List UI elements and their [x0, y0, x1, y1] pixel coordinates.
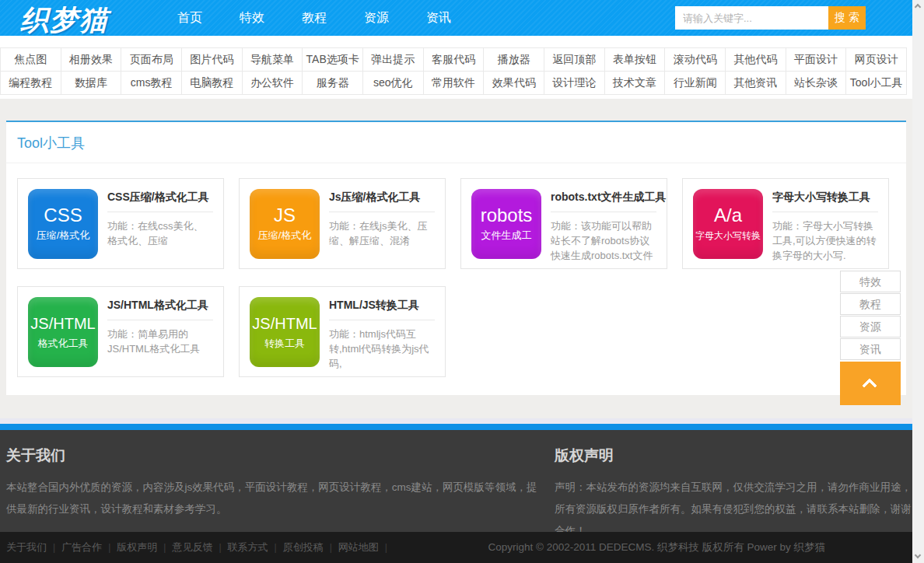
menu-item[interactable]: 常用软件: [424, 72, 485, 95]
tools-panel: Tool小工具 CSS 压缩/格式化 CSS压缩/格式化工具 功能：在线css美…: [6, 121, 906, 395]
icon-sublabel: 压缩/格式化: [37, 227, 90, 244]
scrollbar-up-arrow-icon[interactable]: [912, 0, 924, 12]
bottom-link-sitemap[interactable]: 网站地图: [338, 540, 379, 554]
tool-title[interactable]: HTML/JS转换工具: [329, 299, 435, 313]
site-logo[interactable]: 织梦猫: [20, 2, 109, 40]
menu-item[interactable]: 站长杂谈: [786, 72, 847, 95]
jshtml-format-tool-icon: JS/HTML 格式化工具: [28, 297, 98, 367]
menu-item[interactable]: 电脑教程: [182, 72, 243, 95]
css-tool-icon: CSS 压缩/格式化: [28, 189, 98, 259]
tool-description: 功能：简单易用的JS/HTML格式化工具: [107, 327, 213, 356]
float-link-effects[interactable]: 特效: [840, 271, 901, 292]
footer-about-text: 本站整合国内外优质的资源，内容涉及js效果代码，平面设计教程，网页设计教程，cm…: [6, 477, 543, 520]
menu-item[interactable]: 图片代码: [182, 48, 243, 72]
footer-blue-bar: [0, 424, 912, 430]
main-nav: 首页 特效 教程 资源 资讯: [177, 0, 451, 36]
browser-scrollbar[interactable]: [912, 0, 924, 563]
floating-side-widget: 特效 教程 资源 资讯: [840, 271, 901, 405]
float-link-tutorials[interactable]: 教程: [840, 293, 901, 315]
menu-item[interactable]: 服务器: [303, 72, 363, 95]
icon-label: JS/HTML: [30, 312, 95, 335]
menu-item[interactable]: 网页设计: [846, 48, 907, 72]
search-button[interactable]: 搜 索: [828, 6, 866, 30]
divider: [329, 320, 435, 320]
category-menu-row-2: 编程教程 数据库 cms教程 电脑教程 办公软件 服务器 seo优化 常用软件 …: [1, 72, 907, 95]
menu-item[interactable]: 返回顶部: [544, 48, 605, 72]
divider: [329, 212, 435, 212]
bottom-link-submit[interactable]: 原创投稿: [283, 540, 324, 554]
tool-card-js[interactable]: JS 压缩/格式化 Js压缩/格式化工具 功能：在线js美化、压缩、解压缩、混淆: [239, 178, 446, 269]
footer-copyright-section: 版权声明 声明：本站发布的资源均来自互联网，仅供交流学习之用，请勿作商业用途，所…: [555, 446, 912, 542]
menu-item[interactable]: TAB选项卡: [303, 48, 363, 72]
icon-sublabel: 字母大小写转换: [695, 227, 761, 244]
search-input[interactable]: [675, 6, 828, 30]
menu-item[interactable]: 焦点图: [1, 48, 61, 72]
tool-title[interactable]: CSS压缩/格式化工具: [107, 191, 213, 205]
nav-item-tutorials[interactable]: 教程: [302, 10, 327, 26]
tool-title[interactable]: 字母大小写转换工具: [772, 191, 878, 205]
menu-item[interactable]: 其他资讯: [726, 72, 786, 95]
bottom-link-contact[interactable]: 联系方式: [228, 540, 268, 554]
nav-item-effects[interactable]: 特效: [240, 10, 264, 26]
separator: |: [275, 542, 277, 553]
bottom-link-feedback[interactable]: 意见反馈: [172, 540, 212, 554]
js-tool-icon: JS 压缩/格式化: [250, 189, 320, 259]
menu-item[interactable]: 行业新闻: [665, 72, 726, 95]
tool-card-css[interactable]: CSS 压缩/格式化 CSS压缩/格式化工具 功能：在线css美化、格式化、压缩: [17, 178, 224, 269]
menu-item[interactable]: 滚动代码: [665, 48, 726, 72]
card-body: Js压缩/格式化工具 功能：在线js美化、压缩、解压缩、混淆: [329, 189, 435, 258]
page-title: Tool小工具: [6, 122, 906, 163]
footer-about-section: 关于我们 本站整合国内外优质的资源，内容涉及js效果代码，平面设计教程，网页设计…: [6, 446, 543, 520]
float-link-resources[interactable]: 资源: [840, 316, 901, 337]
menu-item-tool[interactable]: Tool小工具: [846, 72, 907, 95]
menu-item[interactable]: seo优化: [363, 72, 424, 95]
menu-item[interactable]: 设计理论: [544, 72, 605, 95]
tool-card-robots[interactable]: robots 文件生成工 robots.txt文件生成工具 功能：该功能可以帮助…: [460, 178, 667, 269]
menu-item[interactable]: 页面布局: [121, 48, 182, 72]
menu-item[interactable]: 效果代码: [484, 72, 544, 95]
menu-item[interactable]: 弹出提示: [363, 48, 424, 72]
menu-item[interactable]: 编程教程: [1, 72, 61, 95]
bottom-link-ads[interactable]: 广告合作: [61, 540, 102, 554]
menu-item[interactable]: 技术文章: [605, 72, 666, 95]
tool-title[interactable]: JS/HTML格式化工具: [107, 299, 213, 313]
menu-item[interactable]: 客服代码: [424, 48, 485, 72]
menu-item[interactable]: 播放器: [484, 48, 544, 72]
float-link-news[interactable]: 资讯: [840, 338, 901, 360]
tool-card-jshtml-format[interactable]: JS/HTML 格式化工具 JS/HTML格式化工具 功能：简单易用的JS/HT…: [17, 286, 224, 377]
nav-item-home[interactable]: 首页: [177, 10, 202, 26]
tool-title[interactable]: Js压缩/格式化工具: [329, 191, 435, 205]
tool-title[interactable]: robots.txt文件生成工具: [551, 191, 656, 205]
menu-item[interactable]: cms教程: [121, 72, 182, 95]
card-body: CSS压缩/格式化工具 功能：在线css美化、格式化、压缩: [107, 189, 213, 258]
nav-item-news[interactable]: 资讯: [426, 10, 451, 26]
menu-item[interactable]: 办公软件: [243, 72, 303, 95]
divider: [107, 212, 213, 212]
separator: |: [108, 542, 110, 553]
menu-item[interactable]: 数据库: [61, 72, 122, 95]
scrollbar-down-arrow-icon[interactable]: [912, 551, 924, 563]
menu-item[interactable]: 相册效果: [61, 48, 122, 72]
footer-copyright-title: 版权声明: [555, 446, 912, 466]
menu-item[interactable]: 表单按钮: [605, 48, 666, 72]
bottom-link-about[interactable]: 关于我们: [6, 540, 47, 554]
bottom-link-copyright[interactable]: 版权声明: [117, 540, 157, 554]
icon-label: JS: [274, 204, 296, 227]
icon-sublabel: 格式化工具: [38, 335, 89, 352]
back-to-top-button[interactable]: [840, 362, 901, 405]
robots-tool-icon: robots 文件生成工: [471, 189, 541, 259]
copyright-text: Copyright © 2002-2011 DEDECMS. 织梦科技 版权所有…: [488, 532, 825, 563]
tool-card-lettercase[interactable]: A/a 字母大小写转换 字母大小写转换工具 功能：字母大小写转换工具,可以方便快…: [682, 178, 889, 269]
card-body: HTML/JS转换工具 功能：htmljs代码互转,html代码转换为js代码,: [329, 297, 435, 366]
nav-item-resources[interactable]: 资源: [364, 10, 389, 26]
tool-card-htmljs-convert[interactable]: JS/HTML 转换工具 HTML/JS转换工具 功能：htmljs代码互转,h…: [239, 286, 446, 377]
menu-item[interactable]: 其他代码: [726, 48, 786, 72]
card-body: robots.txt文件生成工具 功能：该功能可以帮助站长不了解robots协议…: [551, 189, 656, 258]
divider: [772, 212, 878, 212]
divider: [107, 320, 213, 320]
menu-item[interactable]: 平面设计: [786, 48, 847, 72]
icon-label: CSS: [44, 204, 82, 227]
separator: |: [385, 542, 387, 553]
menu-item[interactable]: 导航菜单: [243, 48, 303, 72]
category-menu-row-1: 焦点图 相册效果 页面布局 图片代码 导航菜单 TAB选项卡 弹出提示 客服代码…: [1, 48, 907, 72]
